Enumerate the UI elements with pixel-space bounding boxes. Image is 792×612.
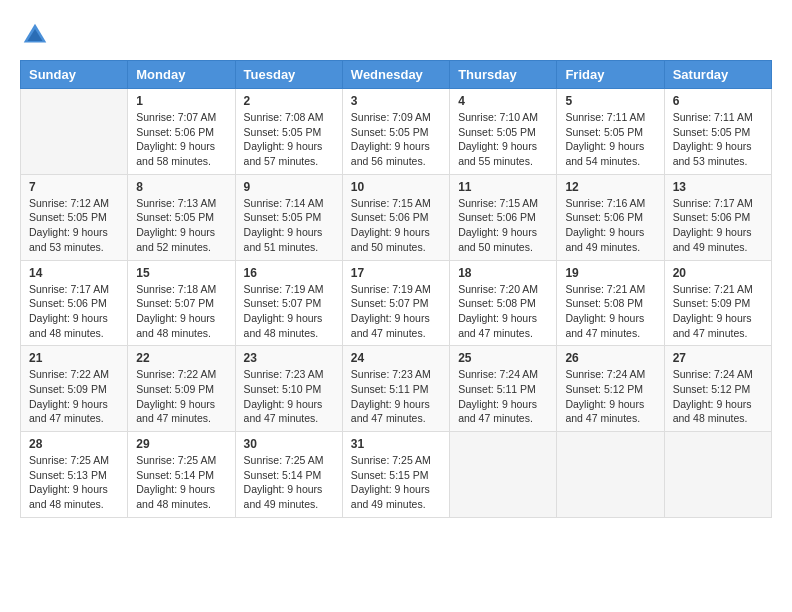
day-info: Sunrise: 7:22 AM Sunset: 5:09 PM Dayligh… [29,367,119,426]
calendar-cell [664,432,771,518]
day-info: Sunrise: 7:19 AM Sunset: 5:07 PM Dayligh… [244,282,334,341]
calendar-cell: 22Sunrise: 7:22 AM Sunset: 5:09 PM Dayli… [128,346,235,432]
logo-icon [20,20,50,50]
day-number: 31 [351,437,441,451]
calendar-cell: 29Sunrise: 7:25 AM Sunset: 5:14 PM Dayli… [128,432,235,518]
week-row-1: 1Sunrise: 7:07 AM Sunset: 5:06 PM Daylig… [21,89,772,175]
day-number: 21 [29,351,119,365]
calendar-cell: 21Sunrise: 7:22 AM Sunset: 5:09 PM Dayli… [21,346,128,432]
day-info: Sunrise: 7:11 AM Sunset: 5:05 PM Dayligh… [673,110,763,169]
day-number: 17 [351,266,441,280]
week-row-3: 14Sunrise: 7:17 AM Sunset: 5:06 PM Dayli… [21,260,772,346]
day-info: Sunrise: 7:24 AM Sunset: 5:12 PM Dayligh… [673,367,763,426]
calendar-cell: 14Sunrise: 7:17 AM Sunset: 5:06 PM Dayli… [21,260,128,346]
calendar-cell: 7Sunrise: 7:12 AM Sunset: 5:05 PM Daylig… [21,174,128,260]
column-header-thursday: Thursday [450,61,557,89]
calendar-cell [21,89,128,175]
week-row-5: 28Sunrise: 7:25 AM Sunset: 5:13 PM Dayli… [21,432,772,518]
day-info: Sunrise: 7:15 AM Sunset: 5:06 PM Dayligh… [458,196,548,255]
day-info: Sunrise: 7:17 AM Sunset: 5:06 PM Dayligh… [29,282,119,341]
day-number: 20 [673,266,763,280]
calendar-cell: 28Sunrise: 7:25 AM Sunset: 5:13 PM Dayli… [21,432,128,518]
calendar-cell: 10Sunrise: 7:15 AM Sunset: 5:06 PM Dayli… [342,174,449,260]
calendar-cell: 30Sunrise: 7:25 AM Sunset: 5:14 PM Dayli… [235,432,342,518]
calendar-cell: 2Sunrise: 7:08 AM Sunset: 5:05 PM Daylig… [235,89,342,175]
day-number: 16 [244,266,334,280]
day-number: 27 [673,351,763,365]
day-number: 13 [673,180,763,194]
day-info: Sunrise: 7:24 AM Sunset: 5:12 PM Dayligh… [565,367,655,426]
day-info: Sunrise: 7:07 AM Sunset: 5:06 PM Dayligh… [136,110,226,169]
day-number: 25 [458,351,548,365]
day-number: 10 [351,180,441,194]
calendar-cell: 3Sunrise: 7:09 AM Sunset: 5:05 PM Daylig… [342,89,449,175]
calendar-cell: 16Sunrise: 7:19 AM Sunset: 5:07 PM Dayli… [235,260,342,346]
day-number: 24 [351,351,441,365]
day-info: Sunrise: 7:21 AM Sunset: 5:09 PM Dayligh… [673,282,763,341]
calendar-cell: 17Sunrise: 7:19 AM Sunset: 5:07 PM Dayli… [342,260,449,346]
day-number: 23 [244,351,334,365]
day-number: 11 [458,180,548,194]
column-header-saturday: Saturday [664,61,771,89]
day-number: 3 [351,94,441,108]
day-number: 28 [29,437,119,451]
calendar-cell: 5Sunrise: 7:11 AM Sunset: 5:05 PM Daylig… [557,89,664,175]
day-info: Sunrise: 7:23 AM Sunset: 5:11 PM Dayligh… [351,367,441,426]
day-number: 22 [136,351,226,365]
day-info: Sunrise: 7:18 AM Sunset: 5:07 PM Dayligh… [136,282,226,341]
day-info: Sunrise: 7:14 AM Sunset: 5:05 PM Dayligh… [244,196,334,255]
day-number: 19 [565,266,655,280]
calendar-cell: 23Sunrise: 7:23 AM Sunset: 5:10 PM Dayli… [235,346,342,432]
day-info: Sunrise: 7:19 AM Sunset: 5:07 PM Dayligh… [351,282,441,341]
week-row-2: 7Sunrise: 7:12 AM Sunset: 5:05 PM Daylig… [21,174,772,260]
day-info: Sunrise: 7:12 AM Sunset: 5:05 PM Dayligh… [29,196,119,255]
calendar-cell: 25Sunrise: 7:24 AM Sunset: 5:11 PM Dayli… [450,346,557,432]
day-info: Sunrise: 7:25 AM Sunset: 5:14 PM Dayligh… [136,453,226,512]
week-row-4: 21Sunrise: 7:22 AM Sunset: 5:09 PM Dayli… [21,346,772,432]
day-info: Sunrise: 7:09 AM Sunset: 5:05 PM Dayligh… [351,110,441,169]
day-info: Sunrise: 7:13 AM Sunset: 5:05 PM Dayligh… [136,196,226,255]
day-number: 30 [244,437,334,451]
day-number: 18 [458,266,548,280]
day-info: Sunrise: 7:11 AM Sunset: 5:05 PM Dayligh… [565,110,655,169]
day-number: 26 [565,351,655,365]
calendar-cell: 12Sunrise: 7:16 AM Sunset: 5:06 PM Dayli… [557,174,664,260]
calendar-header: SundayMondayTuesdayWednesdayThursdayFrid… [21,61,772,89]
calendar-table: SundayMondayTuesdayWednesdayThursdayFrid… [20,60,772,518]
day-number: 1 [136,94,226,108]
calendar-cell: 15Sunrise: 7:18 AM Sunset: 5:07 PM Dayli… [128,260,235,346]
day-number: 2 [244,94,334,108]
day-number: 4 [458,94,548,108]
calendar-cell: 8Sunrise: 7:13 AM Sunset: 5:05 PM Daylig… [128,174,235,260]
header-row: SundayMondayTuesdayWednesdayThursdayFrid… [21,61,772,89]
column-header-sunday: Sunday [21,61,128,89]
day-info: Sunrise: 7:10 AM Sunset: 5:05 PM Dayligh… [458,110,548,169]
calendar-cell: 9Sunrise: 7:14 AM Sunset: 5:05 PM Daylig… [235,174,342,260]
day-info: Sunrise: 7:17 AM Sunset: 5:06 PM Dayligh… [673,196,763,255]
calendar-cell: 27Sunrise: 7:24 AM Sunset: 5:12 PM Dayli… [664,346,771,432]
day-number: 12 [565,180,655,194]
calendar-cell: 20Sunrise: 7:21 AM Sunset: 5:09 PM Dayli… [664,260,771,346]
column-header-tuesday: Tuesday [235,61,342,89]
calendar-cell: 26Sunrise: 7:24 AM Sunset: 5:12 PM Dayli… [557,346,664,432]
day-info: Sunrise: 7:08 AM Sunset: 5:05 PM Dayligh… [244,110,334,169]
calendar-cell: 19Sunrise: 7:21 AM Sunset: 5:08 PM Dayli… [557,260,664,346]
day-info: Sunrise: 7:20 AM Sunset: 5:08 PM Dayligh… [458,282,548,341]
calendar-cell: 18Sunrise: 7:20 AM Sunset: 5:08 PM Dayli… [450,260,557,346]
calendar-cell: 6Sunrise: 7:11 AM Sunset: 5:05 PM Daylig… [664,89,771,175]
day-info: Sunrise: 7:23 AM Sunset: 5:10 PM Dayligh… [244,367,334,426]
calendar-body: 1Sunrise: 7:07 AM Sunset: 5:06 PM Daylig… [21,89,772,518]
day-number: 5 [565,94,655,108]
calendar-cell: 13Sunrise: 7:17 AM Sunset: 5:06 PM Dayli… [664,174,771,260]
day-info: Sunrise: 7:15 AM Sunset: 5:06 PM Dayligh… [351,196,441,255]
day-number: 15 [136,266,226,280]
day-info: Sunrise: 7:21 AM Sunset: 5:08 PM Dayligh… [565,282,655,341]
calendar-cell: 11Sunrise: 7:15 AM Sunset: 5:06 PM Dayli… [450,174,557,260]
calendar-cell: 4Sunrise: 7:10 AM Sunset: 5:05 PM Daylig… [450,89,557,175]
day-number: 8 [136,180,226,194]
page-header [20,20,772,50]
day-number: 6 [673,94,763,108]
column-header-monday: Monday [128,61,235,89]
column-header-friday: Friday [557,61,664,89]
calendar-cell [450,432,557,518]
